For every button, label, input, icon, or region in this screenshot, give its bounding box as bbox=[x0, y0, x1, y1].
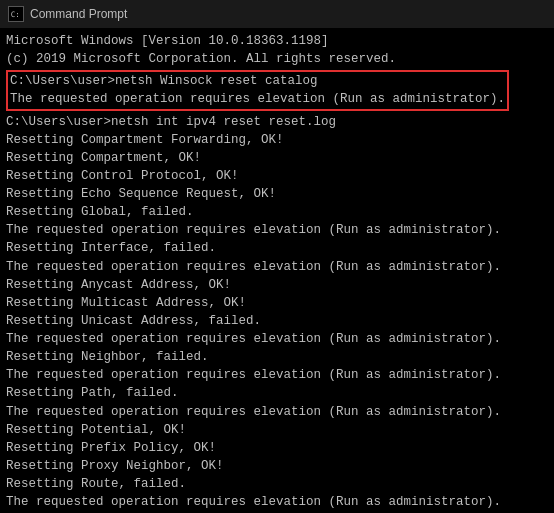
console-line: The requested operation requires elevati… bbox=[6, 493, 548, 511]
console-line: Resetting Unicast Address, failed. bbox=[6, 312, 548, 330]
console-line: Resetting Proxy Neighbor, OK! bbox=[6, 457, 548, 475]
console-line: C:\Users\user>netsh Winsock reset catalo… bbox=[10, 72, 505, 90]
console-line: Resetting Global, failed. bbox=[6, 203, 548, 221]
console-line: Resetting Path, failed. bbox=[6, 384, 548, 402]
highlighted-block: C:\Users\user>netsh Winsock reset catalo… bbox=[6, 70, 509, 110]
console-line: Resetting Control Protocol, OK! bbox=[6, 167, 548, 185]
console-line: (c) 2019 Microsoft Corporation. All righ… bbox=[6, 50, 548, 68]
svg-text:C:: C: bbox=[11, 10, 20, 19]
console-line: Resetting Interface, failed. bbox=[6, 239, 548, 257]
console-line: The requested operation requires elevati… bbox=[6, 403, 548, 421]
console-line: The requested operation requires elevati… bbox=[10, 90, 505, 108]
console-line: Resetting Compartment Forwarding, OK! bbox=[6, 131, 548, 149]
console-line: The requested operation requires elevati… bbox=[6, 330, 548, 348]
console-line: Resetting Compartment, OK! bbox=[6, 149, 548, 167]
title-bar-text: Command Prompt bbox=[30, 7, 546, 21]
title-bar: C: Command Prompt bbox=[0, 0, 554, 28]
console-line: Microsoft Windows [Version 10.0.18363.11… bbox=[6, 32, 548, 50]
console-line: Resetting Anycast Address, OK! bbox=[6, 276, 548, 294]
cmd-icon: C: bbox=[8, 6, 24, 22]
console-line: C:\Users\user>netsh int ipv4 reset reset… bbox=[6, 113, 548, 131]
console-line: The requested operation requires elevati… bbox=[6, 221, 548, 239]
console-line: Resetting Neighbor, failed. bbox=[6, 348, 548, 366]
console-line: The requested operation requires elevati… bbox=[6, 258, 548, 276]
console-line: Resetting Potential, OK! bbox=[6, 421, 548, 439]
console-line: Resetting Prefix Policy, OK! bbox=[6, 439, 548, 457]
console-line: Resetting Route, failed. bbox=[6, 475, 548, 493]
console-line: The requested operation requires elevati… bbox=[6, 366, 548, 384]
console-line: Resetting Echo Sequence Request, OK! bbox=[6, 185, 548, 203]
console-line: Resetting Multicast Address, OK! bbox=[6, 294, 548, 312]
console-body: Microsoft Windows [Version 10.0.18363.11… bbox=[0, 28, 554, 513]
